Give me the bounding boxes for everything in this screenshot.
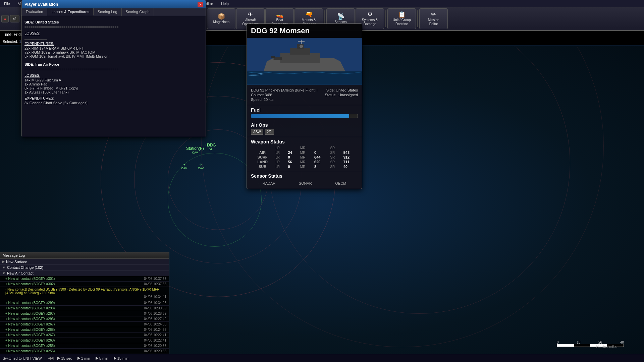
play-triangle-15sec xyxy=(57,357,60,360)
ddg-label: 34 xyxy=(205,147,216,151)
sensor-oecm: OECM xyxy=(335,181,346,185)
weapon-air-lr-label: LR xyxy=(274,150,286,155)
msg-time-299: 04/08 10:34:25 xyxy=(144,301,166,305)
msg-text-300: - New contact! Designated BOGEY #300 - D… xyxy=(5,288,166,295)
dialog-title: Player Evaluation xyxy=(24,2,58,7)
msg-entry-293[interactable]: + New air contact (BOGEY #293) 04/08 10:… xyxy=(0,316,169,322)
msg-entry-300[interactable]: - New contact! Designated BOGEY #300 - D… xyxy=(0,287,169,300)
group-new-air-contact[interactable]: ▼ New Air Contact xyxy=(0,270,169,276)
weapon-col-sr-empty xyxy=(342,146,358,150)
ddg-status-value: Unassigned xyxy=(338,93,358,97)
message-log-title: Message Log xyxy=(3,253,25,257)
weapon-air-sr-val: 543 xyxy=(342,150,358,155)
mission-editor-btn[interactable]: ✏ MissionEditor xyxy=(419,8,448,29)
speed-15min-label: 15 min xyxy=(117,356,128,360)
side2-divider: ========================================… xyxy=(24,68,203,71)
ddg-unit-name-row: DDG 91 Pinckney [Arleigh Burke Flight II… xyxy=(251,88,358,92)
toolbar-separator-4 xyxy=(385,10,386,27)
message-entries[interactable]: ▶ New Surface ▼ Contact Change (102) ▼ N… xyxy=(0,259,169,354)
msg-text-267b: + New air contact (BOGEY #267) xyxy=(5,333,141,337)
sensors-icon: 📡 xyxy=(337,13,344,19)
msg-entry-267b[interactable]: + New air contact (BOGEY #267) 04/08 10:… xyxy=(0,333,169,338)
play-triangle-1min xyxy=(77,357,80,360)
magazines-btn[interactable]: 📦 Magazines xyxy=(207,8,235,29)
msg-time-256: 04/08 10:20:33 xyxy=(144,349,166,353)
weapon-land-sr-val: 711 xyxy=(342,160,358,164)
unit-marker-cav2[interactable]: ✈ CAV xyxy=(198,163,204,170)
weapon-row-surf: SURF LR 0 MR 644 SR 912 xyxy=(251,155,358,160)
msg-entry-256[interactable]: + New air contact (BOGEY #256) 04/08 10:… xyxy=(0,349,169,354)
weapon-table: LR MR SR AIR LR 24 MR 0 SR 543 SURF LR 0 xyxy=(251,146,358,169)
tab-scoring-log[interactable]: Scoring Log xyxy=(94,8,122,16)
msg-text-255: + New air contact (BOGEY #255) xyxy=(5,344,141,348)
weapon-air-mr-label: MR xyxy=(299,150,313,155)
msg-text-302: + New air contact (BOGEY #302) xyxy=(5,282,141,286)
nautical-miles-label: Nautical miles xyxy=(596,345,617,349)
msg-entry-268a[interactable]: + New air contact (BOGEY #268) 04/08 10:… xyxy=(0,327,169,333)
playback-speed-15sec[interactable]: 15 sec xyxy=(56,356,73,361)
weapon-sub-sr-val: 40 xyxy=(342,164,358,169)
tab-scoring-graph[interactable]: Scoring Graph xyxy=(122,8,154,16)
magazines-label: Magazines xyxy=(213,20,229,24)
unit-marker-station[interactable]: Station(F) CAV xyxy=(186,146,204,154)
svg-rect-8 xyxy=(271,56,275,58)
msg-time-267b: 04/08 10:22:41 xyxy=(144,333,166,337)
msg-entry-301[interactable]: + New air contact (BOGEY #301) 04/08 10:… xyxy=(0,276,169,282)
msg-time-301: 04/08 10:37:53 xyxy=(144,277,166,281)
weapon-surf-sr-label: SR xyxy=(329,155,342,160)
msg-time-302: 04/08 10:37:53 xyxy=(144,282,166,286)
tab-evaluation[interactable]: Evaluation xyxy=(22,8,47,16)
playback-multiplier: ×1 xyxy=(10,15,19,22)
eval-tabs: Evaluation Losses & Expenditures Scoring… xyxy=(22,8,206,16)
systems-damage-icon: ⚙ xyxy=(367,11,373,17)
group-new-surface-label: New Surface xyxy=(6,260,27,264)
magazines-icon: 📦 xyxy=(218,13,225,19)
unit-marker-ddg[interactable]: +DDG 34 xyxy=(205,143,216,151)
side1-exp-item-3: 8x RGM-109i Tomahawk Blk IV MMT [Multi-M… xyxy=(24,54,203,58)
weapon-air-cat: AIR xyxy=(251,150,274,155)
message-log-header[interactable]: Message Log xyxy=(0,252,169,259)
msg-entry-302[interactable]: + New air contact (BOGEY #302) 04/08 10:… xyxy=(0,282,169,287)
msg-entry-298[interactable]: + New air contact (BOGEY #298) 04/08 10:… xyxy=(0,306,169,311)
weapon-land-lr-val: 56 xyxy=(287,160,299,164)
playback-speed-15min[interactable]: 15 min xyxy=(112,356,130,361)
msg-text-297: + New air contact (BOGEY #297) xyxy=(5,312,141,315)
ddg-side: Side: United States xyxy=(326,88,358,92)
cav2-label: CAV xyxy=(198,167,204,170)
msg-time-300: 04/08 10:34:41 xyxy=(144,295,166,299)
station-label: CAV xyxy=(186,151,204,154)
side2-loss-item-3: 8x J-7IIH Fishbed [MiG-21 Copy] xyxy=(24,86,203,90)
side2-loss-item-1: 14x MiG-29 Fulcrum A xyxy=(24,78,203,82)
weapon-col-lr-empty xyxy=(287,146,299,150)
group-new-surface[interactable]: ▶ New Surface xyxy=(0,259,169,265)
side2-loss-item-4: 1x AvGas (150k Liter Tank) xyxy=(24,90,203,94)
dialog-close-btn[interactable]: ✕ xyxy=(198,2,203,7)
air-ops-badges: ASW 2/2 xyxy=(251,129,358,135)
playback-speed-5min[interactable]: 5 min xyxy=(94,356,110,361)
msg-entry-268b[interactable]: + New air contact (BOGEY #268) 04/08 10:… xyxy=(0,338,169,343)
ddg-course: Course: 349° xyxy=(251,93,272,97)
msg-entry-297[interactable]: + New air contact (BOGEY #297) 04/08 10:… xyxy=(0,311,169,316)
speed-1min-label: 1 min xyxy=(81,356,90,360)
air-ops-title: Air Ops xyxy=(251,122,358,128)
msg-entry-255[interactable]: + New air contact (BOGEY #255) 04/08 10:… xyxy=(0,343,169,349)
playback-record-btn[interactable]: ● xyxy=(1,15,9,22)
eval-content[interactable]: SIDE: United States ====================… xyxy=(22,16,206,137)
unit-marker-cav1[interactable]: ✈ CAV xyxy=(181,163,187,170)
msg-entry-299[interactable]: + New air contact (BOGEY #299) 04/08 10:… xyxy=(0,300,169,306)
weapon-surf-cat: SURF xyxy=(251,155,274,160)
group-contact-change[interactable]: ▼ Contact Change (102) xyxy=(0,265,169,270)
playback-speed-1min[interactable]: 1 min xyxy=(76,356,92,361)
tab-losses-expenditures[interactable]: Losses & Expenditures xyxy=(47,8,94,16)
menu-help[interactable]: Help xyxy=(220,2,230,6)
unit-doctrine-btn[interactable]: 📋 Unit / GroupDoctrine xyxy=(387,8,416,29)
weapon-air-mr-val: 0 xyxy=(313,150,329,155)
weapon-surf-lr-val: 0 xyxy=(287,155,299,160)
sensor-status-section: Sensor Status RADAR SONAR OECM xyxy=(247,171,362,189)
weapon-col-lr: LR xyxy=(274,146,286,150)
side1-divider: ========================================… xyxy=(24,25,203,29)
msg-entry-267a[interactable]: + New air contact (BOGEY #267) 04/08 10:… xyxy=(0,322,169,327)
menu-file[interactable]: File xyxy=(3,2,11,6)
side1-losses-line: ____________ xyxy=(24,36,203,40)
mounts-weapons-icon: 🔫 xyxy=(305,11,313,17)
